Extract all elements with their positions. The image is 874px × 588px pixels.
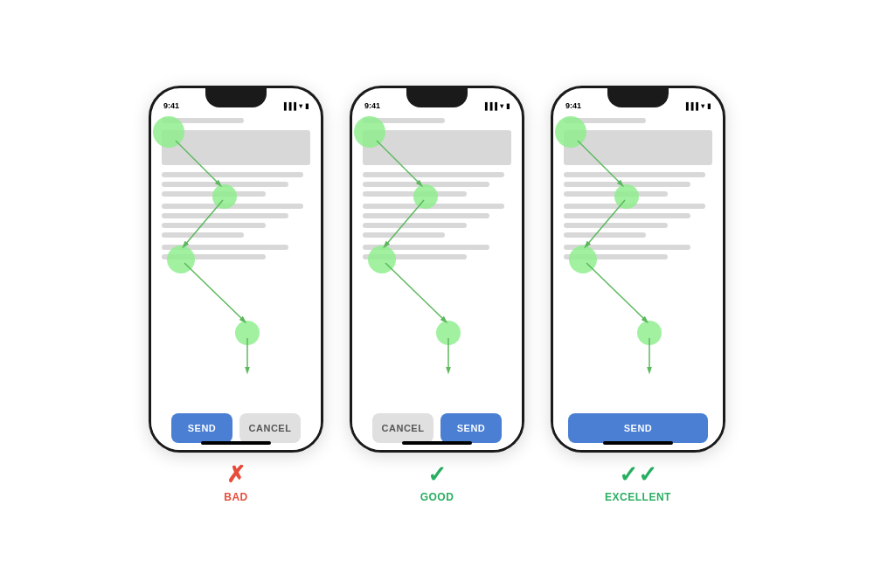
send-button-excellent[interactable]: SEND (568, 413, 708, 443)
skeleton-line (564, 213, 690, 218)
skeleton-line (363, 232, 445, 238)
skeleton-line (564, 223, 668, 228)
skeleton-line (564, 232, 646, 238)
rating-label-good: GOOD (420, 491, 454, 503)
svg-line-8 (385, 263, 445, 321)
rating-icon-excellent: ✓✓ (619, 463, 657, 486)
wifi-icon: ▾ (701, 102, 704, 110)
send-button-bad[interactable]: SEND (171, 413, 232, 443)
skeleton-line (162, 232, 244, 238)
phone-content-excellent (553, 113, 723, 406)
status-icons-excellent: ▐▐▐ ▾ ▮ (683, 102, 711, 110)
status-bar-good: 9:41 ▐▐▐ ▾ ▮ (352, 88, 522, 113)
green-circle-1 (555, 116, 586, 148)
status-bar-excellent: 9:41 ▐▐▐ ▾ ▮ (553, 88, 723, 113)
green-circle-2 (614, 184, 639, 209)
status-icons-good: ▐▐▐ ▾ ▮ (482, 102, 510, 110)
skeleton-line (162, 213, 288, 218)
green-circle-3 (569, 246, 597, 273)
skeleton-line (363, 213, 489, 218)
green-circle-2 (212, 184, 237, 209)
rating-icon-bad: ✗ (226, 463, 246, 486)
battery-icon: ▮ (707, 102, 711, 110)
svg-line-3 (184, 263, 244, 321)
green-circle-4 (235, 321, 260, 345)
phone-frame-excellent: 9:41 ▐▐▐ ▾ ▮ (551, 86, 725, 453)
wifi-icon: ▾ (500, 102, 503, 110)
battery-icon: ▮ (506, 102, 510, 110)
green-circle-4 (436, 321, 461, 345)
battery-icon: ▮ (305, 102, 309, 110)
phone-group-good: 9:41 ▐▐▐ ▾ ▮ (350, 86, 524, 503)
phone-group-bad: 9:41 ▐▐▐ ▾ ▮ (149, 86, 323, 503)
signal-icon: ▐▐▐ (482, 102, 497, 110)
rating-good: ✓ GOOD (420, 463, 454, 503)
rating-label-bad: BAD (224, 491, 248, 503)
phone-group-excellent: 9:41 ▐▐▐ ▾ ▮ (551, 86, 725, 503)
cancel-button-good[interactable]: CANCEL (372, 413, 434, 443)
status-time-good: 9:41 (364, 101, 380, 110)
home-indicator-good (402, 441, 472, 445)
skeleton-line (363, 172, 504, 177)
cancel-button-bad[interactable]: CANCEL (239, 413, 301, 443)
svg-line-13 (586, 263, 646, 321)
rating-excellent: ✓✓ EXCELLENT (605, 463, 671, 503)
green-circle-3 (368, 246, 396, 273)
main-container: 9:41 ▐▐▐ ▾ ▮ (122, 68, 752, 521)
phone-frame-bad: 9:41 ▐▐▐ ▾ ▮ (149, 86, 323, 453)
phone-content-bad (151, 113, 321, 406)
signal-icon: ▐▐▐ (281, 102, 296, 110)
skeleton-line (564, 172, 705, 177)
green-circle-1 (153, 116, 184, 148)
skeleton-line (363, 223, 467, 228)
wifi-icon: ▾ (299, 102, 302, 110)
skeleton-line (162, 172, 303, 177)
status-icons-bad: ▐▐▐ ▾ ▮ (281, 102, 309, 110)
home-indicator-bad (201, 441, 271, 445)
green-circle-3 (167, 246, 195, 273)
rating-icon-good: ✓ (427, 463, 447, 486)
status-bar-bad: 9:41 ▐▐▐ ▾ ▮ (151, 88, 321, 113)
home-indicator-excellent (603, 441, 673, 445)
rating-label-excellent: EXCELLENT (605, 491, 671, 503)
skeleton-line (162, 223, 266, 228)
send-button-good[interactable]: SEND (440, 413, 502, 443)
phone-content-good (352, 113, 522, 406)
phone-frame-good: 9:41 ▐▐▐ ▾ ▮ (350, 86, 524, 453)
status-time-bad: 9:41 (163, 101, 179, 110)
green-circle-2 (413, 184, 438, 209)
rating-bad: ✗ BAD (224, 463, 248, 503)
signal-icon: ▐▐▐ (683, 102, 698, 110)
green-circle-4 (637, 321, 662, 345)
status-time-excellent: 9:41 (565, 101, 581, 110)
green-circle-1 (354, 116, 385, 148)
